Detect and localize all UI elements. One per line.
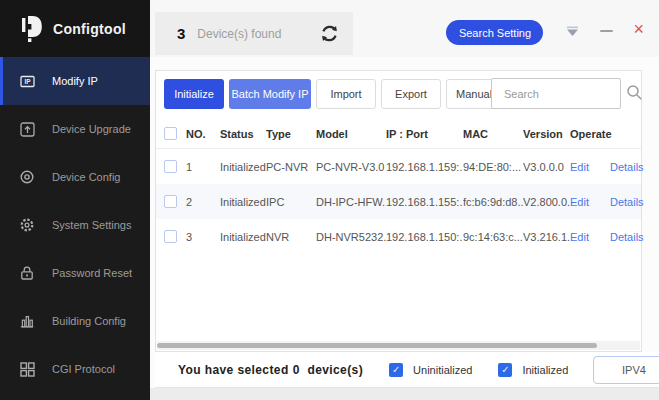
sidebar-item-label: CGI Protocol [52,363,115,375]
toolbar: Initialize Batch Modify IP Import Export… [156,71,641,117]
sidebar-item-password-reset[interactable]: Password Reset [0,249,150,297]
selection-summary: You have selected0 device(s) [178,363,367,377]
footer-bar: You have selected0 device(s) ✓ Uninitial… [155,352,659,388]
uninitialized-label: Uninitialized [413,364,472,376]
cell-mac: fc:b6:9d:d8... [463,196,523,208]
details-link[interactable]: Details [610,196,644,208]
svg-text:IP: IP [24,78,31,85]
cell-type: NVR [266,231,316,243]
cell-model: PC-NVR-V3.0 [316,161,386,173]
import-button[interactable]: Import [316,79,376,109]
sidebar-item-label: Building Config [52,315,126,327]
cell-model: DH-NVR5232... [316,231,386,243]
close-icon[interactable]: × [633,20,644,38]
cell-model: DH-IPC-HFW... [316,196,386,208]
initialize-button[interactable]: Initialize [164,79,224,109]
export-button[interactable]: Export [381,79,441,109]
ip-version-button[interactable]: IPV4 [593,356,659,384]
cell-no: 2 [186,196,220,208]
refresh-icon[interactable] [320,24,339,43]
table-header-row: NO. Status Type Model IP : Port MAC Vers… [156,119,641,149]
details-link[interactable]: Details [610,231,644,243]
col-type: Type [266,128,316,140]
configtool-window: Configtool IP Modify IP Device Upgrade D… [0,0,659,400]
initialized-label: Initialized [522,364,568,376]
minimize-icon[interactable] [600,30,613,32]
sidebar: Configtool IP Modify IP Device Upgrade D… [0,0,150,400]
sidebar-nav: IP Modify IP Device Upgrade Device Confi… [0,57,150,393]
cgi-protocol-icon [19,361,35,377]
details-link[interactable]: Details [610,161,644,173]
cell-type: IPC [266,196,316,208]
col-version: Version [523,128,570,140]
table-row: 2 Initialized IPC DH-IPC-HFW... 192.168.… [156,184,641,219]
sidebar-item-label: Modify IP [52,75,98,87]
sidebar-item-device-upgrade[interactable]: Device Upgrade [0,105,150,153]
cell-mac: 94:DE:80:... [463,161,523,173]
table-empty-space [156,254,641,341]
select-all-checkbox[interactable] [164,127,177,140]
cell-type: PC-NVR [266,161,316,173]
selection-prefix: You have selected [178,363,289,377]
edit-link[interactable]: Edit [570,161,610,173]
sidebar-item-label: Device Upgrade [52,123,131,135]
initialized-checkbox[interactable]: ✓ [498,363,512,377]
sidebar-item-building-config[interactable]: Building Config [0,297,150,345]
building-config-icon [19,313,35,329]
cell-ip-port: 192.168.1.159:... [386,161,463,173]
dropdown-triangle-icon[interactable] [566,26,579,37]
row-checkbox[interactable] [164,195,177,208]
cell-no: 3 [186,231,220,243]
modify-ip-icon: IP [19,73,35,89]
sidebar-item-device-config[interactable]: Device Config [0,153,150,201]
logo-row: Configtool [0,0,150,57]
cell-ip-port: 192.168.1.150:... [386,231,463,243]
app-title: Configtool [53,21,126,37]
horizontal-scrollbar[interactable] [157,341,640,350]
cell-status: Initialized [220,161,266,173]
device-table: NO. Status Type Model IP : Port MAC Vers… [156,119,641,254]
search-icon[interactable] [626,84,643,101]
col-no: NO. [186,128,220,140]
device-upgrade-icon [19,121,35,137]
scrollbar-thumb[interactable] [157,343,597,348]
sidebar-item-label: System Settings [52,219,131,231]
edit-link[interactable]: Edit [570,196,610,208]
search-box [491,78,621,109]
col-status: Status [220,128,266,140]
bottom-strip [150,388,659,400]
sidebar-item-label: Device Config [52,171,120,183]
cell-version: V3.0.0.0 [523,161,570,173]
col-mac: MAC [463,128,523,140]
cell-version: V2.800.0... [523,196,570,208]
search-input[interactable] [491,78,621,109]
sidebar-item-cgi-protocol[interactable]: CGI Protocol [0,345,150,393]
row-checkbox[interactable] [164,230,177,243]
device-panel: Initialize Batch Modify IP Import Export… [155,70,642,352]
sidebar-item-modify-ip[interactable]: IP Modify IP [0,57,150,105]
main-area: 3 Device(s) found Search Setting × Initi… [150,0,659,400]
device-count-label: Device(s) found [197,27,281,41]
cell-no: 1 [186,161,220,173]
sidebar-item-system-settings[interactable]: System Settings [0,201,150,249]
sidebar-item-label: Password Reset [52,267,132,279]
device-config-icon [19,169,35,185]
dahua-logo-icon [20,15,44,43]
table-row: 3 Initialized NVR DH-NVR5232... 192.168.… [156,219,641,254]
edit-link[interactable]: Edit [570,231,610,243]
batch-modify-ip-button[interactable]: Batch Modify IP [229,79,311,109]
cell-mac: 9c:14:63:c... [463,231,523,243]
devices-found-box: 3 Device(s) found [155,12,353,55]
col-ip-port: IP : Port [386,128,463,140]
search-setting-button[interactable]: Search Setting [446,20,543,45]
device-count: 3 [177,25,185,42]
cell-ip-port: 192.168.1.155:... [386,196,463,208]
row-checkbox[interactable] [164,160,177,173]
cell-status: Initialized [220,231,266,243]
password-reset-lock-icon [19,265,35,281]
cell-version: V3.216.1... [523,231,570,243]
col-operate: Operate [570,128,641,140]
uninitialized-checkbox[interactable]: ✓ [389,363,403,377]
selection-count: 0 [293,363,300,377]
content: Initialize Batch Modify IP Import Export… [150,57,659,400]
